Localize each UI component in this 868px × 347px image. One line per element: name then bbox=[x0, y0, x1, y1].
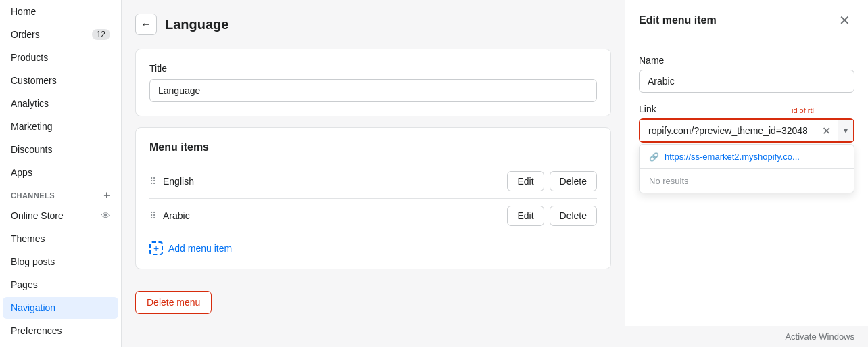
id-of-rtl-label: id of rtl bbox=[792, 106, 814, 114]
link-field-group: Link id of rtl ✕ ▾ 🔗 https://ss-emarket2… bbox=[639, 103, 854, 143]
edit-panel-body: Name Link id of rtl ✕ ▾ 🔗 https://ss-ema… bbox=[625, 41, 868, 167]
name-field-group: Name bbox=[639, 55, 854, 93]
back-button[interactable]: ← bbox=[135, 14, 157, 35]
add-channel-icon[interactable]: + bbox=[103, 189, 110, 202]
edit-panel: Edit menu item ✕ Name Link id of rtl ✕ ▾… bbox=[625, 0, 868, 347]
sidebar-item-online-store[interactable]: Online Store 👁 bbox=[3, 205, 118, 227]
menu-item-english-actions: Edit Delete bbox=[507, 171, 597, 191]
page-title: Language bbox=[165, 17, 228, 32]
sidebar-item-label: Themes bbox=[11, 233, 45, 244]
menu-item-english: ⠿ English bbox=[149, 176, 194, 187]
link-dropdown: 🔗 https://ss-emarket2.myshopify.co... No… bbox=[639, 144, 854, 193]
add-menu-item-button[interactable]: + Add menu item bbox=[149, 233, 597, 255]
activate-windows-bar: Activate Windows bbox=[625, 326, 868, 347]
sidebar-item-themes[interactable]: Themes bbox=[3, 228, 118, 250]
eye-icon: 👁 bbox=[101, 210, 110, 221]
edit-english-button[interactable]: Edit bbox=[507, 171, 544, 191]
sidebar-item-orders[interactable]: Orders 12 bbox=[3, 24, 118, 45]
drag-handle-icon[interactable]: ⠿ bbox=[149, 210, 156, 221]
sidebar-item-label: Pages bbox=[11, 279, 38, 290]
link-input[interactable] bbox=[640, 120, 815, 141]
link-dropdown-arrow[interactable]: ▾ bbox=[838, 120, 853, 141]
sidebar-item-label: Blog posts bbox=[11, 256, 55, 267]
table-row: ⠿ Arabic Edit Delete bbox=[149, 199, 597, 233]
link-dropdown-item[interactable]: 🔗 https://ss-emarket2.myshopify.co... bbox=[640, 145, 854, 169]
sidebar-item-label: Analytics bbox=[11, 98, 49, 109]
name-label: Name bbox=[639, 55, 854, 66]
drag-handle-icon[interactable]: ⠿ bbox=[149, 176, 156, 187]
edit-panel-title: Edit menu item bbox=[639, 14, 717, 26]
title-card: Title bbox=[135, 49, 611, 116]
menu-items-card: Menu items ⠿ English Edit Delete ⠿ Arabi… bbox=[135, 127, 611, 269]
main-content: ← Language Title Menu items ⠿ English Ed… bbox=[122, 0, 625, 347]
sidebar-item-navigation[interactable]: Navigation bbox=[3, 297, 118, 319]
sidebar-item-label: Apps bbox=[11, 167, 32, 178]
sidebar-item-label: Home bbox=[11, 6, 36, 17]
channels-header: CHANNELS + bbox=[0, 184, 121, 204]
sidebar-item-label: Navigation bbox=[11, 302, 55, 313]
sidebar-item-customers[interactable]: Customers bbox=[3, 70, 118, 91]
title-input[interactable] bbox=[149, 79, 597, 102]
title-card-label: Title bbox=[149, 63, 597, 74]
sidebar-item-label: Orders bbox=[11, 29, 40, 40]
menu-items-heading: Menu items bbox=[149, 141, 597, 154]
sidebar-item-label: Discounts bbox=[11, 144, 52, 155]
add-menu-item-label: Add menu item bbox=[168, 243, 232, 254]
sidebar-item-label: Products bbox=[11, 52, 48, 63]
edit-panel-header: Edit menu item ✕ bbox=[625, 0, 868, 41]
link-label: Link bbox=[639, 103, 854, 114]
table-row: ⠿ English Edit Delete bbox=[149, 164, 597, 199]
delete-english-button[interactable]: Delete bbox=[550, 171, 597, 191]
sidebar-item-blog-posts[interactable]: Blog posts bbox=[3, 251, 118, 273]
link-container: id of rtl ✕ ▾ 🔗 https://ss-emarket2.mysh… bbox=[639, 118, 854, 143]
activate-windows-text: Activate Windows bbox=[785, 331, 854, 342]
link-input-wrapper: ✕ ▾ bbox=[639, 118, 854, 143]
sidebar-item-home[interactable]: Home bbox=[3, 1, 118, 22]
sidebar-item-apps[interactable]: Apps bbox=[3, 162, 118, 183]
sidebar-item-pages[interactable]: Pages bbox=[3, 274, 118, 296]
page-header: ← Language bbox=[135, 14, 611, 35]
sidebar-item-marketing[interactable]: Marketing bbox=[3, 116, 118, 137]
orders-badge: 12 bbox=[92, 29, 110, 40]
sidebar-item-label: Customers bbox=[11, 75, 57, 86]
no-results-text: No results bbox=[640, 169, 854, 193]
sidebar-item-products[interactable]: Products bbox=[3, 47, 118, 68]
add-menu-item-icon: + bbox=[149, 241, 163, 255]
name-input[interactable] bbox=[639, 70, 854, 93]
dropdown-url: https://ss-emarket2.myshopify.co... bbox=[665, 152, 800, 162]
menu-item-arabic: ⠿ Arabic bbox=[149, 210, 190, 221]
back-arrow-icon: ← bbox=[141, 18, 151, 30]
menu-item-arabic-actions: Edit Delete bbox=[507, 206, 597, 226]
external-link-icon: 🔗 bbox=[649, 152, 659, 162]
delete-menu-button[interactable]: Delete menu bbox=[135, 291, 212, 314]
menu-item-name: Arabic bbox=[163, 210, 190, 221]
sidebar-item-analytics[interactable]: Analytics bbox=[3, 93, 118, 114]
close-edit-panel-button[interactable]: ✕ bbox=[835, 11, 854, 30]
sidebar-item-label: Marketing bbox=[11, 121, 52, 132]
edit-arabic-button[interactable]: Edit bbox=[507, 206, 544, 226]
online-store-label: Online Store bbox=[11, 210, 64, 221]
menu-item-name: English bbox=[163, 176, 194, 187]
link-clear-button[interactable]: ✕ bbox=[815, 120, 838, 141]
sidebar-item-label: Preferences bbox=[11, 325, 62, 336]
delete-arabic-button[interactable]: Delete bbox=[550, 206, 597, 226]
sidebar-item-discounts[interactable]: Discounts bbox=[3, 139, 118, 160]
sidebar: Home Orders 12 Products Customers Analyt… bbox=[0, 0, 122, 347]
sidebar-item-preferences[interactable]: Preferences bbox=[3, 320, 118, 342]
